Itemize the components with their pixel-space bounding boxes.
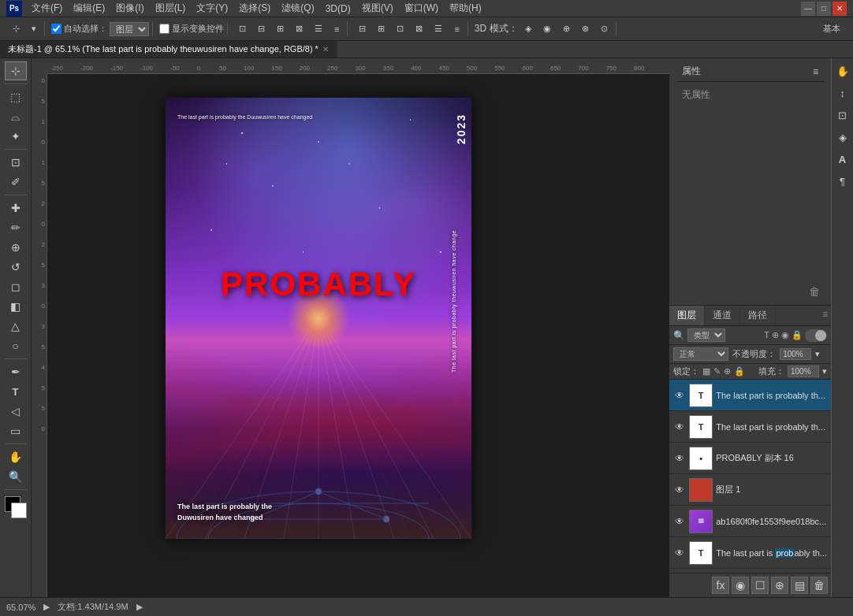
layer-eye-2[interactable]: 👁: [673, 421, 686, 433]
3d-btn-4[interactable]: ⊗: [577, 21, 594, 36]
3d-btn-5[interactable]: ⊙: [596, 21, 613, 36]
layer-item-2[interactable]: 👁 T The last part is probably th...: [669, 411, 831, 443]
layer-eye-5[interactable]: 👁: [673, 515, 686, 528]
gradient-tool-button[interactable]: ◧: [5, 297, 27, 316]
lock-all-icon[interactable]: 🔒: [734, 366, 745, 377]
layer-item-3[interactable]: 👁 ■ PROBABLY 副本 16: [669, 443, 831, 474]
pen-tool-button[interactable]: ✒: [5, 362, 27, 381]
panel-move-icon[interactable]: ↕: [833, 83, 852, 102]
menu-filter[interactable]: 滤镜(Q): [277, 0, 318, 17]
3d-btn-1[interactable]: ◈: [520, 21, 536, 36]
dodge-tool-button[interactable]: ○: [5, 336, 27, 355]
layer-item-5[interactable]: 👁 🖼 ab1680f0fe1553f9ee018bc...: [669, 506, 831, 537]
history-brush-button[interactable]: ↺: [5, 258, 27, 276]
move-tool-icon[interactable]: ⊹: [8, 21, 24, 36]
layer-filter-select[interactable]: 类型: [687, 328, 725, 342]
lock-pixels-icon[interactable]: ▦: [702, 366, 710, 377]
layer-delete-button[interactable]: 🗑: [810, 577, 828, 594]
3d-btn-3[interactable]: ⊕: [558, 21, 575, 36]
panel-paragraph-icon[interactable]: ¶: [833, 172, 852, 191]
menu-3d[interactable]: 3D(D): [321, 2, 356, 16]
background-color[interactable]: [11, 503, 27, 518]
dist-center-icon[interactable]: ⊞: [373, 21, 389, 36]
eyedropper-tool-button[interactable]: ✐: [5, 173, 27, 191]
move-tool-arrow[interactable]: ▾: [27, 21, 41, 36]
text-tool-button[interactable]: T: [5, 382, 27, 401]
tab-paths[interactable]: 路径: [740, 306, 776, 325]
align-center-h-icon[interactable]: ⊟: [253, 21, 270, 36]
zoom-arrow-icon[interactable]: ▶: [43, 602, 50, 612]
healing-tool-button[interactable]: ✚: [5, 199, 27, 217]
autoselect-input[interactable]: [51, 24, 61, 34]
menu-file[interactable]: 文件(F): [27, 0, 67, 17]
menu-help[interactable]: 帮助(H): [445, 0, 486, 17]
minimize-button[interactable]: —: [801, 2, 815, 16]
move-tool-button[interactable]: ⊹: [5, 61, 27, 80]
close-button[interactable]: ✕: [833, 2, 847, 16]
menu-window[interactable]: 窗口(W): [400, 0, 443, 17]
layer-eye-1[interactable]: 👁: [673, 389, 686, 402]
path-tool-button[interactable]: ◁: [5, 402, 27, 421]
autoselect-type-select[interactable]: 图层: [110, 22, 149, 36]
layer-fx-button[interactable]: fx: [712, 577, 729, 594]
dist-right-icon[interactable]: ⊡: [392, 21, 408, 36]
menu-edit[interactable]: 编辑(E): [69, 0, 110, 17]
lasso-tool-button[interactable]: ⌓: [5, 107, 27, 126]
blend-mode-select[interactable]: 正常: [673, 347, 728, 361]
layer-new-button[interactable]: ▤: [791, 577, 808, 594]
lock-position-icon[interactable]: ✎: [713, 366, 721, 377]
transform-checkbox[interactable]: 显示变换控件: [159, 23, 224, 35]
layers-panel-menu-icon[interactable]: ≡: [819, 306, 831, 325]
blur-tool-button[interactable]: △: [5, 317, 27, 336]
layer-group-button[interactable]: ⊕: [771, 577, 788, 594]
align-top-icon[interactable]: ⊠: [291, 21, 307, 36]
tab-channels[interactable]: 通道: [705, 306, 740, 325]
wand-tool-button[interactable]: ✦: [5, 127, 27, 146]
dist-bottom-icon[interactable]: ≡: [449, 22, 464, 36]
menu-view[interactable]: 视图(V): [357, 0, 398, 17]
fill-input[interactable]: [788, 366, 819, 377]
panel-select-icon[interactable]: ⊡: [833, 106, 852, 124]
align-right-icon[interactable]: ⊞: [272, 21, 289, 36]
layer-adjustment-button[interactable]: ☐: [751, 577, 769, 594]
panel-text-a-icon[interactable]: A: [833, 150, 852, 169]
filter-toggle[interactable]: [805, 329, 827, 342]
marquee-tool-button[interactable]: ⬚: [5, 87, 27, 106]
menu-text[interactable]: 文字(Y): [192, 0, 233, 17]
layer-eye-6[interactable]: 👁: [673, 547, 686, 559]
lock-artboard-icon[interactable]: ⊕: [724, 366, 731, 377]
menu-layer[interactable]: 图层(L): [151, 0, 191, 17]
maximize-button[interactable]: □: [817, 2, 831, 16]
align-bottom-icon[interactable]: ≡: [330, 22, 344, 36]
opacity-input[interactable]: [780, 348, 811, 360]
zoom-tool-button[interactable]: 🔍: [5, 467, 27, 486]
properties-menu-icon[interactable]: ≡: [813, 66, 818, 77]
document-tab-active[interactable]: 未标题-1 @ 65.1% (The last part is probably…: [0, 41, 337, 58]
autoselect-checkbox[interactable]: 自动选择：: [51, 23, 107, 35]
dist-mid-icon[interactable]: ☰: [430, 21, 447, 36]
layer-item-1[interactable]: 👁 T The last part is probably th...: [669, 380, 831, 411]
clone-tool-button[interactable]: ⊕: [5, 238, 27, 257]
align-center-v-icon[interactable]: ☰: [310, 21, 327, 36]
tab-layers[interactable]: 图层: [669, 306, 705, 325]
layer-item-6[interactable]: 👁 T The last part is probably th...: [669, 537, 831, 569]
shape-tool-button[interactable]: ▭: [5, 421, 27, 440]
menu-select[interactable]: 选择(S): [234, 0, 275, 17]
layer-item-4[interactable]: 👁 图层 1: [669, 474, 831, 506]
layer-eye-3[interactable]: 👁: [673, 452, 686, 465]
brush-tool-button[interactable]: ✏: [5, 218, 27, 237]
hand-tool-button[interactable]: ✋: [5, 447, 27, 466]
panel-3d-icon[interactable]: ◈: [833, 128, 852, 147]
layer-eye-4[interactable]: 👁: [673, 484, 686, 496]
color-swatch[interactable]: [5, 496, 27, 518]
crop-tool-button[interactable]: ⊡: [5, 153, 27, 172]
align-left-icon[interactable]: ⊡: [234, 21, 251, 36]
basic-mode-button[interactable]: 基本: [818, 20, 845, 37]
delete-property-button[interactable]: 🗑: [806, 283, 823, 300]
dist-left-icon[interactable]: ⊟: [354, 21, 371, 36]
transform-input[interactable]: [159, 24, 169, 34]
doc-size-arrow-icon[interactable]: ▶: [136, 602, 143, 612]
canvas-content[interactable]: The last part is probably the Duuwusiren…: [47, 74, 669, 597]
tab-close-icon[interactable]: ✕: [322, 45, 329, 54]
layer-mask-button[interactable]: ◉: [732, 577, 749, 594]
